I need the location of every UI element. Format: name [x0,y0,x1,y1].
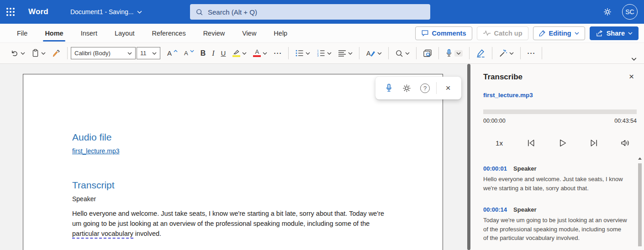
bullets-button[interactable] [292,46,313,61]
font-size-select[interactable]: 11 [137,47,160,59]
more-font-options-button[interactable]: ··· [270,46,285,61]
skip-back-button[interactable] [523,136,538,150]
scrollbar-thumb[interactable] [638,163,642,246]
tab-layout[interactable]: Layout [106,24,143,43]
chevron-down-icon[interactable] [41,52,46,55]
playback-progress-bar[interactable] [483,109,637,114]
grow-font-button[interactable]: A [164,46,181,61]
underline-button[interactable]: U [218,46,229,61]
ribbon-divider [492,47,492,59]
chevron-down-icon[interactable] [348,52,353,55]
ribbon-tabs: File Home Insert Layout References Revie… [8,24,296,43]
chevron-down-icon[interactable] [509,52,514,55]
tab-references[interactable]: References [143,24,194,43]
comments-button[interactable]: Comments [415,26,472,40]
chevron-down-icon[interactable] [306,52,310,55]
search-input[interactable]: Search (Alt + Q) [190,4,430,20]
playback-speed-button[interactable]: 1x [491,136,507,150]
entry-timestamp[interactable]: 00:00:01 [483,165,507,172]
chevron-down-icon[interactable] [454,50,463,57]
playback-controls: 1x [491,136,633,150]
time-row: 00:00:00 00:43:54 [483,118,637,124]
catch-up-button[interactable]: Catch up [477,26,528,40]
chevron-down-icon[interactable] [405,52,410,55]
tab-review[interactable]: Review [195,24,234,43]
scroll-up-arrow-icon[interactable] [638,157,642,160]
bold-button[interactable]: B [197,46,209,61]
entry-text: Hello everyone and welcome. Just take se… [483,175,628,193]
chevron-down-icon[interactable] [377,52,382,55]
scrollbar-thumb[interactable] [467,64,470,250]
clipboard-icon [32,49,39,57]
total-time: 00:43:54 [614,118,637,124]
doc-audio-link[interactable]: first_lecture.mp3 [72,147,119,155]
alignment-button[interactable] [335,46,356,61]
transcript-entry[interactable]: 00:00:14 Speaker Today we're um going to… [483,206,628,243]
document-scrollbar[interactable] [467,64,470,250]
tab-file[interactable]: File [8,24,36,43]
editor-button[interactable] [473,46,489,61]
tab-home[interactable]: Home [36,24,72,43]
doc-heading-audio-file: Audio file [72,132,111,143]
italic-button[interactable]: I [209,46,217,61]
account-avatar[interactable]: SC [622,4,638,20]
search-placeholder: Search (Alt + Q) [208,8,257,16]
tab-view[interactable]: View [233,24,265,43]
chevron-down-icon[interactable] [21,52,25,55]
panel-scrollbar[interactable] [638,157,642,250]
play-button[interactable] [554,136,570,150]
editing-mode-button[interactable]: Editing [533,26,585,40]
more-commands-button[interactable]: ··· [524,46,538,61]
microphone-icon[interactable] [382,81,396,95]
styles-button[interactable]: A [363,46,385,61]
transcript-entries: 00:00:01 Speaker Hello everyone and welc… [483,165,628,250]
microphone-icon [445,48,453,58]
app-launcher-icon[interactable] [0,0,21,24]
font-color-icon: A [253,49,261,57]
active-tab-underline [43,40,65,42]
settings-gear-icon[interactable] [603,7,612,16]
ribbon-divider [469,47,470,59]
reading-view-button[interactable] [420,46,435,61]
collapse-ribbon-chevron[interactable] [631,57,637,61]
find-button[interactable] [392,46,413,61]
dictate-button[interactable] [442,46,466,61]
help-icon[interactable]: ? [418,81,432,95]
close-icon[interactable]: × [441,81,455,95]
chevron-down-icon[interactable] [263,52,267,55]
ribbon-divider [438,47,439,59]
grammar-suggestion-phrase[interactable]: particular vocabulary [72,230,133,239]
numbered-list-icon: 123 [317,49,325,57]
document-page[interactable]: Audio file first_lecture.mp3 Transcript … [23,74,443,250]
font-name-select[interactable]: Calibri (Body) [71,47,136,59]
ribbon-divider [542,47,542,59]
transcript-entry[interactable]: 00:00:01 Speaker Hello everyone and welc… [483,165,628,193]
chevron-down-icon[interactable] [327,52,332,55]
tab-insert[interactable]: Insert [72,24,106,43]
entry-timestamp[interactable]: 00:00:14 [483,206,507,213]
audio-file-link[interactable]: first_lecture.mp3 [483,92,533,99]
paste-button[interactable] [28,46,49,61]
volume-icon[interactable] [618,136,633,150]
settings-gear-icon[interactable] [400,81,414,95]
chevron-down-icon[interactable] [242,52,247,55]
format-painter-brush-icon [52,49,61,57]
ribbon-divider [288,47,289,59]
font-color-button[interactable]: A [250,46,270,61]
tab-help[interactable]: Help [265,24,296,43]
magic-wand-button[interactable] [496,46,517,61]
document-title[interactable]: Document1 - Saving... [70,8,143,16]
shrink-font-button[interactable]: A [181,46,197,61]
text-highlight-button[interactable] [229,46,250,61]
doc-speaker-label: Speaker [72,195,96,203]
share-button[interactable]: Share [590,26,639,40]
close-icon[interactable]: × [629,72,634,82]
entry-speaker: Speaker [513,165,537,172]
panel-title: Transcribe [483,73,523,82]
skip-forward-button[interactable] [586,136,602,150]
undo-button[interactable] [7,46,28,61]
format-painter-button[interactable] [49,46,64,61]
ribbon-divider [388,47,389,59]
numbering-button[interactable]: 123 [313,46,335,61]
styles-icon: A [366,49,375,57]
